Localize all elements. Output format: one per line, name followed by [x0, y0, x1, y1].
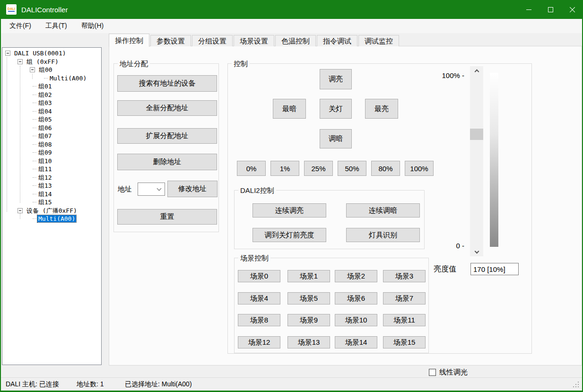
extend-assign-addresses-button[interactable]: 扩展分配地址 [117, 128, 217, 144]
scene-7-button[interactable]: 场景7 [383, 292, 426, 305]
brightest-button[interactable]: 最亮 [365, 99, 398, 119]
delete-address-button[interactable]: 删除地址 [117, 154, 217, 170]
app-icon: DALI [6, 4, 17, 15]
tree-item-group15[interactable]: 组15 [2, 198, 101, 207]
minimize-button[interactable] [518, 0, 539, 19]
percent-100-button[interactable]: 100% [405, 161, 434, 176]
percent-50-button[interactable]: 50% [338, 161, 366, 176]
scene-1-button[interactable]: 场景1 [287, 270, 330, 282]
tab-grouping-settings[interactable]: 分组设置 [192, 35, 233, 46]
continuous-darken-button[interactable]: 连续调暗 [346, 203, 420, 218]
window-title: DALIController [21, 6, 68, 14]
brighten-button[interactable]: 调亮 [320, 69, 352, 89]
tree-item-group14[interactable]: 组14 [2, 190, 101, 199]
brightness-scrollbar[interactable] [470, 66, 483, 256]
collapse-icon[interactable] [30, 67, 35, 72]
address-combobox[interactable] [138, 183, 165, 196]
tree-item-group05[interactable]: 组05 [2, 115, 101, 124]
operation-control-page: 地址分配 搜索有地址的设备 全新分配地址 扩展分配地址 删除地址 地址 修改地址… [109, 46, 582, 366]
dali2-control-group: DALI2控制 连续调亮 连续调暗 调到关灯前亮度 灯具识别 [234, 190, 425, 249]
scene-2-button[interactable]: 场景2 [335, 270, 377, 282]
scene-11-button[interactable]: 场景11 [383, 314, 426, 326]
scene-6-button[interactable]: 场景6 [335, 292, 377, 305]
tree-item-group00[interactable]: 组00 [2, 66, 101, 74]
scroll-down-button[interactable] [470, 248, 483, 256]
scene-8-button[interactable]: 场景8 [238, 314, 280, 326]
recall-last-level-button[interactable]: 调到关灯前亮度 [252, 228, 326, 242]
continuous-brighten-button[interactable]: 连续调亮 [252, 203, 326, 218]
scroll-up-button[interactable] [470, 66, 483, 75]
tree-item-group08[interactable]: 组08 [2, 140, 101, 149]
menu-help[interactable]: 帮助(H) [80, 21, 104, 31]
brightness-value-label: 亮度值 [434, 264, 456, 274]
linear-dimming-label: 线性调光 [439, 368, 468, 377]
tree-item-group09[interactable]: 组09 [2, 148, 101, 157]
collapse-icon[interactable] [17, 59, 23, 64]
tab-color-temp-control[interactable]: 色温控制 [275, 35, 316, 46]
chevron-down-icon [474, 249, 479, 253]
tree-item-group03[interactable]: 组03 [2, 99, 101, 107]
tree-item-group12[interactable]: 组12 [2, 174, 101, 182]
tree-item-multi-a00-selected[interactable]: Multi(A00) [2, 215, 101, 223]
dali2-control-title: DALI2控制 [238, 186, 276, 195]
darken-button[interactable]: 调暗 [320, 129, 352, 148]
modify-address-button[interactable]: 修改地址 [167, 181, 218, 197]
scene-3-button[interactable]: 场景3 [383, 270, 426, 282]
percent-25-button[interactable]: 25% [304, 161, 333, 176]
dimmest-button[interactable]: 最暗 [273, 99, 306, 119]
assign-new-addresses-button[interactable]: 全新分配地址 [117, 100, 217, 116]
scene-12-button[interactable]: 场景12 [238, 336, 280, 348]
percent-0-button[interactable]: 0% [237, 161, 266, 176]
scene-9-button[interactable]: 场景9 [287, 314, 330, 326]
search-addressed-devices-button[interactable]: 搜索有地址的设备 [117, 75, 217, 92]
maximize-icon [548, 7, 553, 12]
chevron-up-icon [474, 69, 479, 74]
menu-file[interactable]: 文件(F) [9, 21, 32, 31]
tab-command-debug[interactable]: 指令调试 [317, 35, 357, 46]
tab-debug-monitor[interactable]: 调试监控 [358, 35, 399, 46]
close-icon [569, 7, 575, 13]
scene-5-button[interactable]: 场景5 [287, 292, 330, 305]
linear-dimming-checkbox[interactable] [429, 369, 436, 376]
percent-80-button[interactable]: 80% [371, 161, 400, 176]
scene-10-button[interactable]: 场景10 [335, 314, 377, 326]
tab-parameter-settings[interactable]: 参数设置 [150, 35, 191, 46]
tree-item-group11[interactable]: 组11 [2, 165, 101, 174]
scene-15-button[interactable]: 场景15 [383, 336, 426, 348]
lamp-off-button[interactable]: 关灯 [320, 99, 352, 119]
scene-control-title: 场景控制 [238, 254, 270, 263]
brightness-value: 170 [10%] [473, 265, 505, 273]
reset-button[interactable]: 重置 [117, 209, 217, 225]
scene-control-group: 场景控制 场景0 场景1 场景2 场景3 场景4 场景5 场景6 场景7 场景8… [234, 258, 429, 353]
scrollbar-thumb[interactable] [470, 129, 483, 140]
tree-item-group04[interactable]: 组04 [2, 107, 101, 116]
slider-min-label: 0 - [412, 242, 464, 250]
resize-grip[interactable] [578, 386, 579, 387]
tab-scene-settings[interactable]: 场景设置 [234, 35, 274, 46]
tree-item-group-broadcast[interactable]: 组 (0xFF) [2, 58, 101, 66]
scene-14-button[interactable]: 场景14 [335, 336, 377, 348]
scene-13-button[interactable]: 场景13 [287, 336, 330, 348]
maximize-button[interactable] [539, 0, 561, 19]
scene-0-button[interactable]: 场景0 [238, 270, 280, 282]
collapse-icon[interactable] [5, 51, 10, 56]
tree-item-group06[interactable]: 组06 [2, 124, 101, 132]
tree-item-group02[interactable]: 组02 [2, 91, 101, 99]
tree-item-group01[interactable]: 组01 [2, 82, 101, 91]
tree-item-group10[interactable]: 组10 [2, 157, 101, 166]
menu-tools[interactable]: 工具(T) [44, 21, 68, 31]
close-button[interactable] [561, 0, 583, 19]
tree-item-group07[interactable]: 组07 [2, 132, 101, 140]
scene-4-button[interactable]: 场景4 [238, 292, 280, 305]
lamp-identify-button[interactable]: 灯具识别 [346, 228, 420, 242]
chevron-down-icon [157, 186, 162, 191]
collapse-icon[interactable] [17, 208, 23, 213]
brightness-value-box[interactable]: 170 [10%] [470, 263, 519, 275]
tree-item-root[interactable]: DALI USB(0001) [2, 49, 101, 58]
device-tree: DALI USB(0001) 组 (0xFF) 组00 Multi(A00) 组… [2, 47, 102, 365]
tree-item-multi-a00[interactable]: Multi(A00) [2, 74, 101, 83]
tab-operation-control[interactable]: 操作控制 [109, 34, 149, 47]
percent-1-button[interactable]: 1% [270, 161, 299, 176]
tree-item-group13[interactable]: 组13 [2, 182, 101, 190]
tree-item-devices-broadcast[interactable]: 设备 (广播0xFF) [2, 207, 101, 215]
